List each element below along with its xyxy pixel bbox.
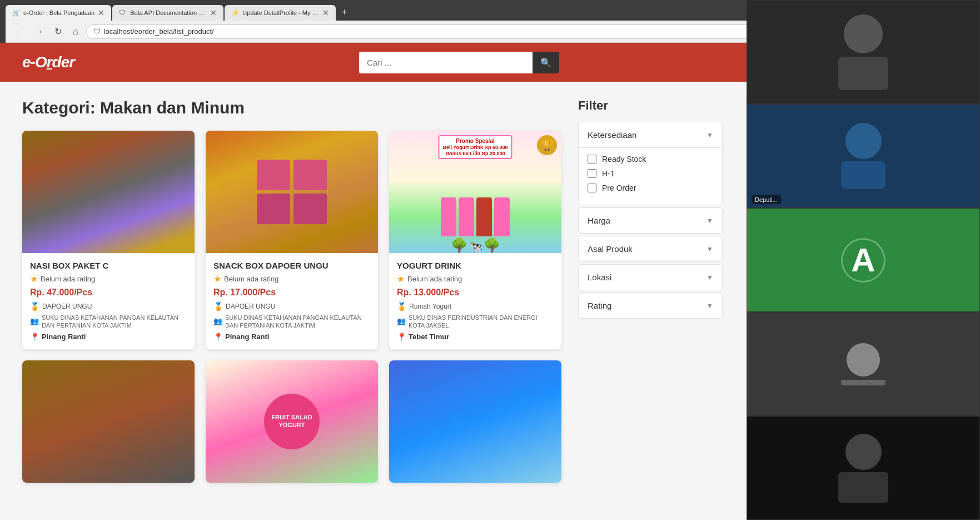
agency-icon-3: 👥 xyxy=(397,317,406,326)
video-participant-2: Deputi... xyxy=(747,104,980,208)
tab-close-3[interactable]: ✕ xyxy=(322,8,329,17)
tab-favicon-1: 🛒 xyxy=(12,9,20,17)
filter-section-ketersediaan-body: Ready Stock H-1 Pre Order xyxy=(579,148,722,205)
filter-checkbox-pre-order[interactable] xyxy=(588,184,596,192)
filter-checkbox-ready-stock[interactable] xyxy=(588,155,596,164)
browser-tab-3[interactable]: ⚡ Update DetailProfile - My Wor... ✕ xyxy=(225,5,336,21)
main-container: Kategori: Makan dan Minum NASI BOX PAKET… xyxy=(0,82,745,499)
filter-sidebar: Filter Ketersediaan ▼ Ready Stock H-1 xyxy=(578,98,723,483)
forward-button[interactable]: → xyxy=(31,24,47,39)
location-icon-1: 📍 xyxy=(30,333,39,341)
filter-option-h1[interactable]: H-1 xyxy=(588,169,713,178)
product-seller-3: 🏅 Rumah Yogurt xyxy=(397,302,554,311)
agency-icon-2: 👥 xyxy=(213,317,222,326)
product-card-b1[interactable] xyxy=(22,360,195,483)
location-icon-3: 📍 xyxy=(397,333,406,341)
product-info-2: SNACK BOX DAPOER UNGU ★ Belum ada rating… xyxy=(206,253,378,349)
filter-harga-chevron: ▼ xyxy=(707,217,713,225)
filter-label-pre-order: Pre Order xyxy=(602,184,636,192)
product-agency-3: 👥 SUKU DINAS PERINDUSTRIAN DAN ENERGI KO… xyxy=(397,314,554,330)
promo-badge: Promo SpesialBeli Yogurt Drink Rp 60.000… xyxy=(438,135,512,159)
filter-title: Filter xyxy=(578,98,723,113)
product-card-3[interactable]: Promo SpesialBeli Yogurt Drink Rp 60.000… xyxy=(389,131,561,349)
search-bar: 🔍 xyxy=(359,52,559,73)
product-image-1 xyxy=(22,131,195,253)
product-card-b2[interactable]: FRUIT SALADYOGURT xyxy=(206,360,378,483)
seller-icon-1: 🏅 xyxy=(30,302,39,311)
tab-favicon-2: 🛡 xyxy=(119,9,127,17)
product-price-3: Rp. 13.000/Pcs xyxy=(397,288,554,298)
logo-text: e-Order xyxy=(22,53,74,71)
product-rating-3: ★ Belum ada rating xyxy=(397,274,554,284)
app-logo: e-Order xyxy=(22,53,74,71)
filter-rating-label: Rating xyxy=(588,301,611,310)
tab-close-2[interactable]: ✕ xyxy=(210,8,217,17)
filter-lokasi-label: Lokasi xyxy=(588,273,611,282)
search-input[interactable] xyxy=(359,52,533,73)
seller-icon-3: 🏅 xyxy=(397,302,406,311)
filter-option-ready-stock[interactable]: Ready Stock xyxy=(588,155,713,164)
filter-option-pre-order[interactable]: Pre Order xyxy=(588,184,713,192)
product-location-2: 📍 Pinang Ranti xyxy=(213,333,370,341)
filter-harga-label: Harga xyxy=(588,216,610,225)
category-title: Kategori: Makan dan Minum xyxy=(22,98,561,117)
filter-ketersediaan-label: Ketersediaan xyxy=(588,130,636,140)
filter-section-asal-produk-header[interactable]: Asal Produk ▼ xyxy=(579,236,722,261)
product-image-b3 xyxy=(389,360,561,483)
product-agency-1: 👥 SUKU DINAS KETAHANAN PANGAN KELAUTAN D… xyxy=(30,314,187,330)
star-icon-3: ★ xyxy=(397,274,405,284)
tab-favicon-3: ⚡ xyxy=(231,9,239,17)
product-location-1: 📍 Pinang Ranti xyxy=(30,333,187,341)
tab-label-2: Beta API Documentation on Bl... xyxy=(130,9,207,16)
home-button[interactable]: ⌂ xyxy=(69,24,82,39)
star-icon-1: ★ xyxy=(30,274,38,284)
product-name-3: YOGURT DRINK xyxy=(397,261,554,270)
rating-text-1: Belum ada rating xyxy=(41,275,95,283)
filter-section-lokasi-header[interactable]: Lokasi ▼ xyxy=(579,265,722,290)
product-image-b1 xyxy=(22,360,195,483)
filter-asal-produk-label: Asal Produk xyxy=(588,244,633,254)
filter-rating-chevron: ▼ xyxy=(707,302,713,310)
video-participant-1 xyxy=(747,0,980,104)
back-button[interactable]: ← xyxy=(11,24,27,39)
product-card-b3[interactable] xyxy=(389,360,561,483)
product-image-b2: FRUIT SALADYOGURT xyxy=(206,360,378,483)
filter-ketersediaan-chevron: ▼ xyxy=(707,131,713,139)
product-seller-1: 🏅 DAPOER UNGU xyxy=(30,302,187,311)
video-participant-3: A xyxy=(747,208,980,312)
filter-label-ready-stock: Ready Stock xyxy=(602,155,646,164)
tab-close-1[interactable]: ✕ xyxy=(98,8,105,17)
product-price-1: Rp. 47.000/Pcs xyxy=(30,288,187,298)
filter-section-rating: Rating ▼ xyxy=(578,293,723,319)
filter-section-rating-header[interactable]: Rating ▼ xyxy=(579,293,722,318)
tab-label-1: e-Order | Bela Pengadaan xyxy=(23,9,94,16)
video-participant-5 xyxy=(747,416,980,499)
rating-text-2: Belum ada rating xyxy=(224,275,278,283)
product-card-1[interactable]: NASI BOX PAKET C ★ Belum ada rating Rp. … xyxy=(22,131,195,349)
filter-lokasi-chevron: ▼ xyxy=(707,274,713,281)
search-button[interactable]: 🔍 xyxy=(533,52,559,73)
agency-icon-1: 👥 xyxy=(30,317,39,326)
video-participant-4 xyxy=(747,312,980,416)
product-price-2: Rp. 17.000/Pcs xyxy=(213,288,370,298)
filter-checkbox-h1[interactable] xyxy=(588,169,596,178)
refresh-button[interactable]: ↻ xyxy=(51,24,65,39)
browser-tab-1[interactable]: 🛒 e-Order | Bela Pengadaan ✕ xyxy=(6,5,111,21)
product-name-2: SNACK BOX DAPOER UNGU xyxy=(213,261,370,270)
filter-section-ketersediaan-header[interactable]: Ketersediaan ▼ xyxy=(579,122,722,148)
browser-tab-2[interactable]: 🛡 Beta API Documentation on Bl... ✕ xyxy=(112,5,223,21)
rating-text-3: Belum ada rating xyxy=(407,275,462,283)
product-grid-bottom: FRUIT SALADYOGURT xyxy=(22,360,561,483)
product-location-3: 📍 Tebet Timur xyxy=(397,333,554,341)
new-tab-button[interactable]: + xyxy=(337,4,352,21)
product-card-2[interactable]: SNACK BOX DAPOER UNGU ★ Belum ada rating… xyxy=(206,131,378,349)
product-image-2 xyxy=(206,131,378,253)
product-rating-2: ★ Belum ada rating xyxy=(213,274,370,284)
product-info-1: NASI BOX PAKET C ★ Belum ada rating Rp. … xyxy=(22,253,195,349)
filter-section-harga-header[interactable]: Harga ▼ xyxy=(579,208,722,233)
filter-section-lokasi: Lokasi ▼ xyxy=(578,264,723,290)
video-panel: Deputi... A xyxy=(747,0,980,499)
content-area: Kategori: Makan dan Minum NASI BOX PAKET… xyxy=(22,98,561,483)
participant-label-2: Deputi... xyxy=(752,195,781,204)
product-seller-2: 🏅 DAPOER UNGU xyxy=(213,302,370,311)
